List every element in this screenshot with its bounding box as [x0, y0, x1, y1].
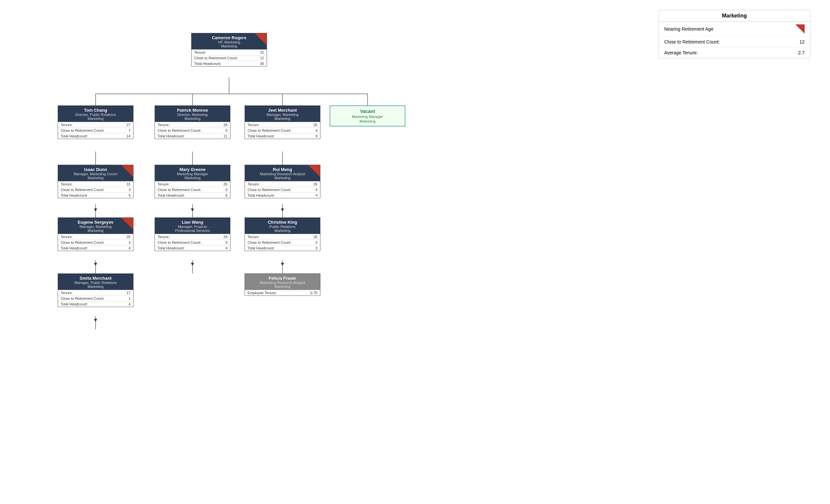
- card-cameron-dept: Marketing: [194, 44, 264, 48]
- card-eugene-tenure-row: Tenure: 25: [58, 234, 133, 239]
- card-isaac-header: Isaac Dunn Manager, Marketing Comm Marke…: [58, 165, 133, 181]
- card-isaac[interactable]: Isaac Dunn Manager, Marketing Comm Marke…: [58, 165, 133, 198]
- card-smita-crc-row: Close to Retirement Count: 1: [58, 296, 133, 301]
- card-lian[interactable]: Lian Wang Manager, Projects Professional…: [155, 217, 230, 251]
- cameron-retirement-indicator: [255, 33, 267, 45]
- nearing-retirement-label: Nearing Retirement Age: [664, 26, 793, 32]
- card-smita-name: Smita Merchant: [80, 276, 112, 281]
- card-patrick-name: Patrick Monroe: [177, 108, 208, 113]
- card-vacant-dept: Marketing: [330, 119, 405, 126]
- card-tom-header: Tom Chang Director, Public Relations Mar…: [58, 106, 133, 122]
- legend-close-count-row: Close to Retirement Count: 12: [659, 37, 810, 47]
- card-lian-title: Manager, Projects: [158, 225, 227, 229]
- arrow-after-eugene: ▼: [92, 261, 99, 267]
- arrow-after-christine: ▼: [279, 261, 286, 267]
- cameron-crc-value: 12: [260, 56, 264, 60]
- card-patrick[interactable]: Patrick Monroe Director, Marketing Marke…: [155, 105, 230, 139]
- card-rui-tenure-row: Tenure: 26: [245, 181, 320, 187]
- card-tom-body: Tenure: 27 Close to Retirement Count: 7 …: [58, 122, 133, 139]
- card-isaac-name: Isaac Dunn: [84, 167, 107, 172]
- card-patrick-tenure-row: Tenure: 26: [155, 122, 230, 128]
- card-christine-name: Christine King: [268, 220, 297, 225]
- nearing-retirement-icon: [795, 24, 805, 34]
- legend-title: Marketing: [659, 10, 810, 22]
- card-lian-crc-row: Close to Retirement Count: 0: [155, 239, 230, 245]
- card-vacant[interactable]: Vacant Marketing Manager Marketing: [330, 105, 406, 127]
- card-eugene-dept: Marketing: [61, 229, 131, 233]
- card-patrick-body: Tenure: 26 Close to Retirement Count: 0 …: [155, 122, 230, 139]
- card-christine[interactable]: Christine King Public Relations Marketin…: [245, 217, 320, 251]
- card-mary[interactable]: Mary Greene Marketing Manager Marketing …: [155, 165, 230, 198]
- rui-retirement-indicator: [308, 165, 320, 177]
- card-smita-header: Smita Merchant Manager, Public Relations…: [58, 274, 133, 290]
- close-retirement-label: Close to Retirement Count:: [664, 39, 797, 44]
- card-patrick-dept: Marketing: [158, 116, 227, 121]
- card-christine-body: Tenure: 26 Close to Retirement Count: 0 …: [245, 234, 320, 251]
- legend-nearing-retirement-row: Nearing Retirement Age: [659, 22, 810, 37]
- card-tom-name: Tom Chang: [84, 108, 107, 113]
- cameron-crc-label: Close to Retirement Count:: [194, 56, 238, 60]
- card-mary-header: Mary Greene Marketing Manager Marketing: [155, 165, 230, 181]
- card-mary-hc-row: Total Headcount: 6: [155, 192, 230, 198]
- card-jeet[interactable]: Jeet Merchant Manager, Marketing Marketi…: [245, 105, 320, 139]
- card-christine-crc-row: Close to Retirement Count: 0: [245, 239, 320, 245]
- card-jeet-body: Tenure: 26 Close to Retirement Count: 4 …: [245, 122, 320, 139]
- card-cameron-title: VP, Marketing: [194, 40, 264, 44]
- card-eugene-name: Eugene Sergeyev: [78, 220, 114, 225]
- card-mary-title: Marketing Manager: [158, 172, 227, 176]
- card-eugene-hc-row: Total Headcount: 4: [58, 245, 133, 251]
- card-jeet-name: Jeet Merchant: [268, 108, 297, 113]
- card-smita-title: Manager, Public Relations: [61, 281, 131, 284]
- card-lian-name: Lian Wang: [182, 220, 203, 225]
- avg-tenure-value: 2.7: [798, 50, 805, 55]
- card-smita-tenure-row: Tenure: 17: [58, 290, 133, 296]
- card-eugene-body: Tenure: 25 Close to Retirement Count: 3 …: [58, 234, 133, 251]
- card-mary-name: Mary Greene: [180, 167, 206, 172]
- card-patrick-header: Patrick Monroe Director, Marketing Marke…: [155, 106, 230, 122]
- card-mary-body: Tenure: 25 Close to Retirement Count: 0 …: [155, 181, 230, 198]
- card-lian-header: Lian Wang Manager, Projects Professional…: [155, 218, 230, 234]
- arrow-after-isaac: ▼: [92, 207, 99, 213]
- cameron-hc-value: 36: [260, 62, 264, 66]
- card-patrick-title: Director, Marketing: [158, 113, 227, 116]
- card-isaac-title: Manager, Marketing Comm: [61, 172, 131, 176]
- card-isaac-dept: Marketing: [61, 176, 131, 180]
- card-rui-crc-row: Close to Retirement Count: 4: [245, 187, 320, 192]
- card-felicia-dept: Marketing: [248, 284, 317, 289]
- card-smita-dept: Marketing: [61, 284, 131, 289]
- card-jeet-crc-row: Close to Retirement Count: 4: [245, 128, 320, 133]
- card-eugene[interactable]: Eugene Sergeyev Manager, Marketing Marke…: [58, 217, 133, 251]
- card-tom-dept: Marketing: [61, 116, 131, 121]
- card-jeet-hc-row: Total Headcount: 9: [245, 133, 320, 139]
- card-rui[interactable]: Rui Meng Marketing Research Analyst Mark…: [245, 165, 320, 198]
- card-cameron[interactable]: Cameron Rogers VP, Marketing Marketing T…: [191, 33, 267, 67]
- card-vacant-name: Vacant: [330, 106, 405, 114]
- card-cameron-tenure-row: Tenure: 31: [192, 49, 267, 55]
- card-felicia-tenure-row: Employee Tenure: 0.70: [245, 290, 320, 296]
- card-rui-header: Rui Meng Marketing Research Analyst Mark…: [245, 165, 320, 181]
- eugene-retirement-indicator: [121, 218, 133, 230]
- card-patrick-crc-row: Close to Retirement Count: 0: [155, 128, 230, 133]
- card-tom[interactable]: Tom Chang Director, Public Relations Mar…: [58, 105, 133, 139]
- card-christine-dept: Marketing: [248, 229, 317, 233]
- card-jeet-dept: Marketing: [248, 116, 317, 121]
- card-smita[interactable]: Smita Merchant Manager, Public Relations…: [58, 273, 133, 307]
- card-felicia[interactable]: Felicia Fraser Marketing Research Analys…: [245, 273, 320, 296]
- card-cameron-header: Cameron Rogers VP, Marketing Marketing: [192, 33, 267, 49]
- cameron-tenure-label: Tenure:: [194, 51, 206, 54]
- card-jeet-title: Manager, Marketing: [248, 113, 317, 116]
- card-cameron-hc-row: Total Headcount: 36: [192, 61, 267, 66]
- card-jeet-header: Jeet Merchant Manager, Marketing Marketi…: [245, 106, 320, 122]
- card-isaac-tenure-row: Tenure: 31: [58, 181, 133, 187]
- arrow-after-mary: ▼: [189, 207, 196, 213]
- card-rui-body: Tenure: 26 Close to Retirement Count: 4 …: [245, 181, 320, 198]
- card-rui-name: Rui Meng: [273, 167, 292, 172]
- card-vacant-title: Marketing Manager: [330, 114, 405, 119]
- card-tom-tenure-row: Tenure: 27: [58, 122, 133, 128]
- card-felicia-header: Felicia Fraser Marketing Research Analys…: [245, 274, 320, 290]
- card-cameron-body: Tenure: 31 Close to Retirement Count: 12…: [192, 49, 267, 66]
- legend-panel: Marketing Nearing Retirement Age Close t…: [659, 10, 810, 58]
- card-jeet-tenure-row: Tenure: 26: [245, 122, 320, 128]
- avg-tenure-label: Average Tenure:: [664, 50, 796, 55]
- card-lian-tenure-row: Tenure: 29: [155, 234, 230, 239]
